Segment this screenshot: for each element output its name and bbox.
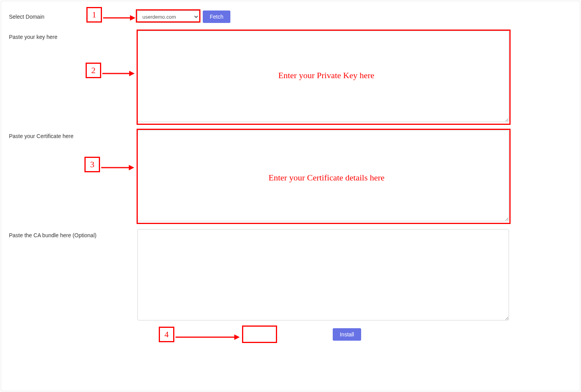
install-row: Install: [9, 328, 572, 341]
key-label: Paste your key here: [9, 31, 137, 40]
install-button[interactable]: Install: [333, 328, 361, 341]
ssl-install-form: Select Domain userdemo.com Fetch Paste y…: [1, 1, 580, 391]
ca-bundle-label: Paste the CA bundle here (Optional): [9, 229, 137, 238]
domain-select[interactable]: userdemo.com: [137, 10, 200, 23]
cert-textarea[interactable]: [137, 130, 509, 221]
ca-bundle-row: Paste the CA bundle here (Optional): [9, 229, 572, 320]
domain-content: userdemo.com Fetch: [137, 10, 572, 23]
key-content: [137, 31, 572, 122]
key-textarea[interactable]: [137, 31, 509, 122]
fetch-button[interactable]: Fetch: [203, 10, 230, 23]
domain-label: Select Domain: [9, 10, 137, 20]
cert-content: [137, 130, 572, 221]
cert-label: Paste your Certificate here: [9, 130, 137, 139]
key-row: Paste your key here: [9, 31, 572, 122]
ca-bundle-textarea[interactable]: [137, 229, 509, 320]
cert-row: Paste your Certificate here: [9, 130, 572, 221]
domain-row: Select Domain userdemo.com Fetch: [9, 10, 572, 23]
ca-bundle-content: [137, 229, 572, 320]
